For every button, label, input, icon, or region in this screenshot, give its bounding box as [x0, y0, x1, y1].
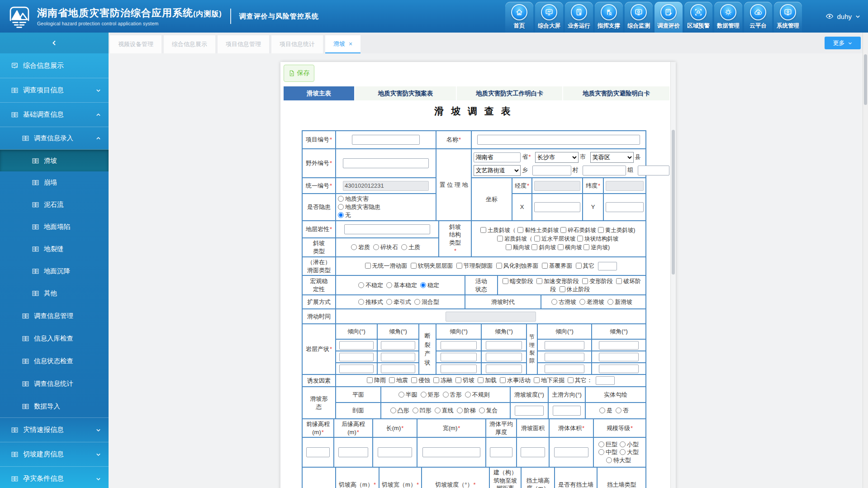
radio-input[interactable] — [443, 392, 449, 398]
sidebar-item-basic-survey-info[interactable]: 基础调查信息 — [0, 102, 109, 127]
checkbox-input[interactable] — [536, 278, 542, 284]
checkbox-option[interactable]: 冻融 — [433, 377, 452, 384]
radio-option[interactable]: 土质 — [401, 244, 420, 251]
main-direction-input[interactable] — [553, 406, 581, 416]
sidebar-item-ground-fissure[interactable]: 地裂缝 — [0, 238, 109, 260]
fault-dip-input[interactable] — [441, 353, 477, 361]
checkbox-input[interactable] — [503, 278, 508, 284]
radio-input[interactable] — [465, 392, 471, 398]
radio-option[interactable]: 大型 — [620, 449, 639, 455]
sidebar-item-comprehensive-info[interactable]: 综合信息展示 — [0, 53, 109, 78]
save-button[interactable]: 保存 — [284, 65, 314, 82]
checkbox-option[interactable]: 侵蚀 — [411, 377, 430, 384]
radio-option[interactable]: 矩形 — [421, 391, 440, 398]
coord-x-input[interactable] — [534, 202, 580, 212]
sidebar-item-ground-subsidence[interactable]: 地面沉降 — [0, 260, 109, 282]
radio-input[interactable] — [338, 204, 344, 210]
nav-item-home[interactable]: 首页 — [505, 2, 533, 33]
sidebar-item-other[interactable]: 其他 — [0, 282, 109, 304]
group-extra-input[interactable] — [638, 166, 669, 175]
checkbox-input[interactable] — [582, 278, 588, 284]
checkbox-option[interactable]: 逆向坡) — [583, 244, 610, 251]
radio-input[interactable] — [579, 299, 585, 305]
radio-option[interactable]: 推移式 — [358, 298, 383, 305]
checkbox-option[interactable]: 顺向坡 — [506, 244, 530, 251]
radio-input[interactable] — [620, 449, 626, 455]
checkbox-input[interactable] — [517, 227, 523, 233]
radio-input[interactable] — [479, 407, 485, 413]
tab-comprehensive-info-display[interactable]: 综合信息展示 — [164, 35, 215, 53]
radio-input[interactable] — [398, 392, 404, 398]
fault-angle-input[interactable] — [486, 341, 522, 350]
sidebar-item-survey-project-info[interactable]: 调查项目信息 — [0, 78, 109, 102]
checkbox-option[interactable]: 块状结构斜坡 — [577, 236, 618, 242]
joint-angle-input[interactable] — [599, 341, 639, 350]
checkbox-input[interactable] — [500, 377, 506, 383]
radio-option[interactable]: 新滑坡 — [607, 298, 632, 305]
unified-no-input[interactable] — [343, 181, 429, 191]
radio-input[interactable] — [386, 282, 392, 288]
sidebar-item-slope-cutting-housing-info[interactable]: 切坡建房信息 — [0, 442, 109, 466]
form-tab-work-card[interactable]: 地质灾害防灾工作明白卡 — [457, 86, 563, 100]
checkbox-input[interactable] — [534, 377, 540, 383]
radio-option[interactable]: 混合型 — [414, 298, 439, 305]
radio-input[interactable] — [351, 244, 357, 250]
radio-input[interactable] — [338, 196, 344, 202]
radio-option[interactable]: 凸形 — [390, 407, 409, 414]
checkbox-input[interactable] — [365, 263, 371, 269]
radio-option[interactable]: 岩质 — [351, 244, 370, 251]
nav-item-cloud-platform[interactable]: 云平台 — [744, 2, 772, 33]
name-input[interactable] — [477, 135, 640, 145]
front-elevation-input[interactable] — [306, 447, 330, 457]
radio-option[interactable]: 舌形 — [443, 391, 462, 398]
checkbox-input[interactable] — [534, 236, 540, 242]
checkbox-input[interactable] — [480, 227, 486, 233]
sidebar-item-debris-flow[interactable]: 泥石流 — [0, 194, 109, 216]
province-input[interactable] — [474, 152, 521, 162]
radio-input[interactable] — [457, 407, 463, 413]
checkbox-option[interactable]: 休止阶段 — [560, 286, 590, 293]
project-no-input[interactable] — [352, 135, 420, 145]
radio-option[interactable]: 碎块石 — [373, 244, 398, 251]
radio-input[interactable] — [420, 282, 426, 288]
rear-elevation-input[interactable] — [338, 447, 368, 457]
option-extra-input[interactable] — [598, 262, 617, 270]
radio-input[interactable] — [607, 299, 613, 305]
rock-dip-input[interactable] — [339, 353, 374, 361]
checkbox-input[interactable] — [531, 244, 537, 250]
radio-input[interactable] — [616, 407, 621, 413]
checkbox-option[interactable]: 其它： — [568, 377, 593, 384]
fault-dip-input[interactable] — [441, 365, 477, 373]
checkbox-option[interactable]: 水事活动 — [500, 377, 531, 384]
panel-scrollbar-thumb[interactable] — [672, 130, 675, 275]
checkbox-input[interactable] — [568, 377, 574, 383]
longitude-input[interactable] — [534, 181, 580, 191]
checkbox-input[interactable] — [433, 377, 439, 383]
radio-option[interactable]: 是 — [599, 407, 612, 414]
rock-angle-input[interactable] — [381, 365, 415, 373]
checkbox-option[interactable]: 降雨 — [367, 377, 386, 384]
lithology-input[interactable] — [344, 224, 430, 234]
radio-input[interactable] — [421, 392, 427, 398]
fault-angle-input[interactable] — [486, 353, 522, 361]
checkbox-option[interactable]: 近水平层状坡 — [534, 236, 575, 242]
radio-input[interactable] — [606, 457, 612, 463]
sidebar-item-landslide[interactable]: 滑坡 — [0, 149, 109, 171]
slide-time-input[interactable] — [446, 312, 536, 322]
checkbox-option[interactable]: 变形阶段 — [582, 278, 613, 284]
sidebar-item-survey-info-management[interactable]: 调查信息管理 — [0, 304, 109, 327]
sidebar-item-disaster-report-info[interactable]: 灾情速报信息 — [0, 417, 109, 442]
radio-input[interactable] — [358, 282, 364, 288]
radio-input[interactable] — [358, 299, 364, 305]
village-input[interactable] — [532, 166, 571, 175]
checkbox-option[interactable]: 土质斜坡（ — [480, 227, 516, 233]
checkbox-input[interactable] — [478, 377, 484, 383]
sidebar-item-info-status-check[interactable]: 信息状态检查 — [0, 350, 109, 372]
checkbox-input[interactable] — [389, 377, 395, 383]
checkbox-input[interactable] — [560, 286, 565, 292]
radio-option[interactable]: 半圆 — [398, 391, 417, 398]
checkbox-option[interactable]: 基覆界面 — [542, 262, 573, 269]
sidebar-item-collapse-hazard[interactable]: 崩塌 — [0, 171, 109, 194]
checkbox-option[interactable]: 无统一滑动面 — [365, 262, 408, 269]
checkbox-input[interactable] — [411, 377, 417, 383]
